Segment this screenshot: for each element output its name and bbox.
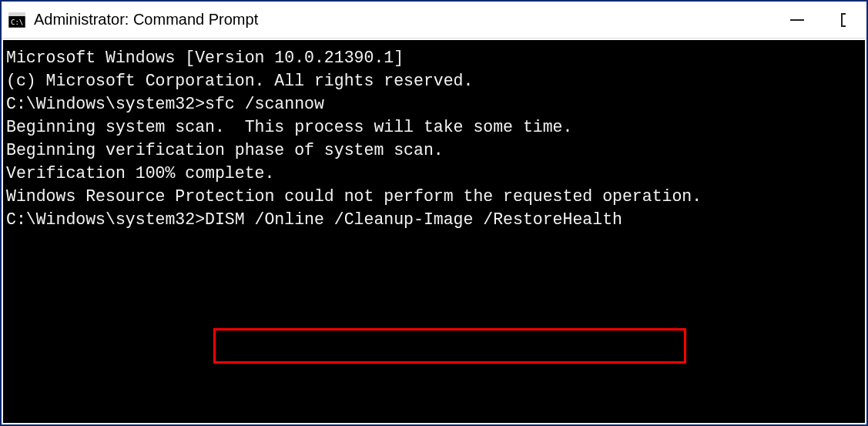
- minimize-icon: [790, 19, 804, 21]
- window-controls: [785, 8, 860, 32]
- maximize-icon: [841, 13, 846, 27]
- terminal-output[interactable]: Microsoft Windows [Version 10.0.21390.1]…: [3, 40, 865, 423]
- prompt-line: C:\Windows\system32>sfc /scannow: [6, 92, 862, 116]
- output-line: Beginning verification phase of system s…: [6, 139, 862, 162]
- command-text: DISM /Online /Cleanup-Image /RestoreHeal…: [205, 210, 622, 229]
- output-line: (c) Microsoft Corporation. All rights re…: [6, 69, 862, 92]
- prompt-path: C:\Windows\system32>: [6, 95, 205, 113]
- output-line: Microsoft Windows [Version 10.0.21390.1]: [6, 46, 862, 69]
- minimize-button[interactable]: [785, 8, 809, 32]
- svg-text:C:\: C:\: [11, 18, 23, 26]
- output-line: Verification 100% complete.: [6, 162, 862, 185]
- command-text: sfc /scannow: [205, 95, 324, 113]
- prompt-path: C:\Windows\system32>: [6, 210, 205, 229]
- output-line: Beginning system scan. This process will…: [6, 116, 862, 139]
- maximize-button[interactable]: [831, 8, 856, 32]
- prompt-line: C:\Windows\system32>DISM /Online /Cleanu…: [6, 208, 862, 231]
- output-line: Windows Resource Protection could not pe…: [6, 185, 862, 208]
- window-title: Administrator: Command Prompt: [34, 11, 785, 29]
- command-prompt-window: C:\ Administrator: Command Prompt Micros…: [0, 0, 868, 426]
- cmd-icon: C:\: [8, 11, 26, 29]
- svg-rect-1: [8, 12, 25, 16]
- titlebar[interactable]: C:\ Administrator: Command Prompt: [2, 2, 866, 39]
